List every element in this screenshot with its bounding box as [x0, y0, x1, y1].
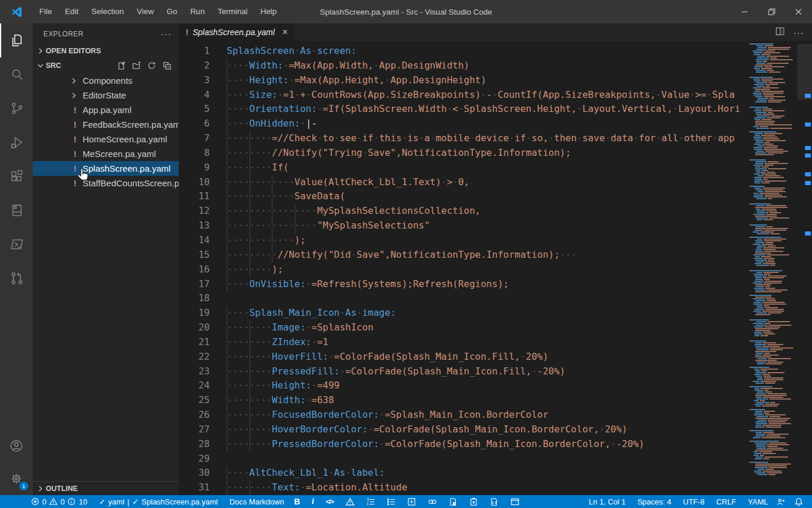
- outline-section[interactable]: OUTLINE: [33, 481, 179, 495]
- file-item-StaffBedCountsScreen.pa.yaml[interactable]: !StaffBedCountsScreen.pa.yaml: [33, 176, 179, 190]
- file-item-MeScreen.pa.yaml[interactable]: !MeScreen.pa.yaml: [33, 146, 179, 161]
- code-line-15[interactable]: 15·········//Notify("Did·Save",Notificat…: [179, 248, 748, 262]
- code-line-24[interactable]: 24········Height:·=499: [179, 379, 748, 393]
- code-line-27[interactable]: 27········HoverBorderColor:·=ColorFade(S…: [179, 422, 748, 437]
- encoding-status[interactable]: UTF-8: [679, 495, 709, 508]
- italic-icon[interactable]: i: [306, 495, 320, 508]
- code-line-10[interactable]: 10············Value(AltCheck_Lbl_1.Text)…: [179, 175, 748, 190]
- menu-terminal[interactable]: Terminal: [211, 4, 254, 20]
- close-button[interactable]: [785, 0, 812, 23]
- overview-ruler[interactable]: [797, 41, 812, 495]
- menu-edit[interactable]: Edit: [59, 4, 85, 20]
- menu-file[interactable]: File: [33, 4, 59, 20]
- source-control-icon[interactable]: [0, 91, 33, 125]
- overview-marker: [805, 181, 811, 185]
- code-line-19[interactable]: 19····Splash_Main_Icon·As·image:: [179, 306, 748, 321]
- code-line-2[interactable]: 2····Width:·=Max(App.Width,·App.DesignWi…: [179, 59, 748, 73]
- eol-status[interactable]: CRLF: [712, 495, 741, 508]
- code-line-17[interactable]: 17····OnVisible:·=Refresh(Systems);Refre…: [179, 277, 748, 292]
- file-item-EditorState[interactable]: EditorState: [33, 88, 179, 103]
- notebook-icon[interactable]: [0, 193, 33, 227]
- code-line-26[interactable]: 26········FocusedBorderColor:·=Splash_Ma…: [179, 408, 748, 422]
- menu-selection[interactable]: Selection: [85, 4, 131, 20]
- code-line-1[interactable]: 1SplashScreen·As·screen:: [179, 44, 748, 59]
- accounts-icon[interactable]: [0, 429, 33, 462]
- minimap[interactable]: [748, 41, 797, 495]
- minimize-button[interactable]: [731, 0, 758, 23]
- window-icon[interactable]: [504, 495, 526, 508]
- code-editor[interactable]: 1SplashScreen·As·screen:2····Width:·=Max…: [179, 41, 748, 495]
- code-line-8[interactable]: 8········//Notify("Trying·Save",Notifica…: [179, 146, 748, 161]
- scrollbar-slider[interactable]: [797, 44, 812, 100]
- file-item-SplashScreen.pa.yaml[interactable]: !SplashScreen.pa.yaml: [33, 161, 179, 176]
- code-line-22[interactable]: 22········HoverFill:·=ColorFade(Splash_M…: [179, 350, 748, 364]
- restore-button[interactable]: [758, 0, 785, 23]
- code-line-16[interactable]: 16········);: [179, 262, 748, 277]
- code-line-12[interactable]: 12················MySplashSelectionsColl…: [179, 204, 748, 219]
- terminal-shell-icon[interactable]: [0, 227, 33, 261]
- open-editors-section[interactable]: OPEN EDITORS: [33, 44, 179, 58]
- code-line-20[interactable]: 20········Image:·=SplashIcon: [179, 321, 748, 335]
- code-line-23[interactable]: 23········PressedFill:·=ColorFade(Splash…: [179, 364, 748, 379]
- search-icon[interactable]: [0, 57, 33, 91]
- code-line-11[interactable]: 11············SaveData(: [179, 189, 748, 204]
- link-icon[interactable]: [422, 495, 443, 508]
- explorer-icon[interactable]: [0, 23, 33, 57]
- language-mode[interactable]: YAML: [744, 495, 772, 508]
- code-line-7[interactable]: 7········=//Check·to·see·if·this·is·a·mo…: [179, 131, 748, 146]
- cursor-position[interactable]: Ln 1, Col 1: [585, 495, 630, 508]
- code-line-28[interactable]: 28········PressedBorderColor:·=ColorFade…: [179, 437, 748, 452]
- split-editor-icon[interactable]: [775, 26, 785, 39]
- new-folder-icon[interactable]: [132, 61, 141, 70]
- code-line-25[interactable]: 25········Width:·=638: [179, 393, 748, 408]
- problems-status[interactable]: 0 0 10: [27, 495, 91, 508]
- menu-view[interactable]: View: [131, 4, 161, 20]
- src-section[interactable]: SRC: [33, 58, 179, 73]
- bell-icon[interactable]: [790, 495, 807, 508]
- feedback-icon[interactable]: [772, 495, 790, 508]
- new-file-icon[interactable]: [117, 61, 126, 70]
- tab-close-icon[interactable]: ×: [282, 27, 288, 37]
- file-item-FeedbackScreen.pa.yaml[interactable]: !FeedbackScreen.pa.yaml: [33, 117, 179, 132]
- file-code-icon[interactable]: [484, 495, 504, 508]
- run-debug-icon[interactable]: [0, 125, 33, 159]
- alert-icon[interactable]: [340, 495, 360, 508]
- more-actions-icon[interactable]: ···: [793, 28, 804, 37]
- code-line-29[interactable]: 29: [179, 452, 748, 466]
- code-line-5[interactable]: 5····Orientation:·=If(SplashScreen.Width…: [179, 102, 748, 117]
- tab-splashscreen[interactable]: ! SplashScreen.pa.yaml ×: [179, 23, 295, 41]
- file-item-Components[interactable]: Components: [33, 73, 179, 88]
- menu-run[interactable]: Run: [184, 4, 211, 20]
- code-icon[interactable]: </>: [320, 495, 340, 508]
- code-line-4[interactable]: 4····Size:·=1·+·CountRows(App.SizeBreakp…: [179, 88, 748, 103]
- menu-go[interactable]: Go: [161, 4, 184, 20]
- table-icon[interactable]: [401, 495, 422, 508]
- divider: |: [127, 497, 129, 506]
- settings-gear-icon[interactable]: 1: [0, 462, 33, 495]
- sidebar-more-actions-icon[interactable]: ···: [161, 29, 172, 39]
- code-line-18[interactable]: 18: [179, 291, 748, 306]
- clipboard-paste-icon[interactable]: [463, 495, 484, 508]
- github-pull-requests-icon[interactable]: [0, 261, 33, 295]
- yaml-schema-status[interactable]: ✓ yaml | ✓ SplashScreen.pa.yaml: [95, 495, 222, 508]
- bold-icon[interactable]: B: [288, 495, 306, 508]
- code-line-31[interactable]: 31········Text:·=Location.Altitude: [179, 480, 748, 495]
- collapse-all-icon[interactable]: [162, 61, 172, 70]
- file-save-icon[interactable]: [443, 495, 463, 508]
- code-line-21[interactable]: 21········ZIndex:·=1: [179, 335, 748, 350]
- bulleted-list-icon[interactable]: [381, 495, 401, 508]
- refresh-icon[interactable]: [147, 61, 156, 70]
- file-item-App.pa.yaml[interactable]: !App.pa.yaml: [33, 103, 179, 117]
- code-line-6[interactable]: 6····OnHidden:·|-: [179, 117, 748, 131]
- extensions-icon[interactable]: [0, 159, 33, 193]
- code-line-3[interactable]: 3····Height:·=Max(App.Height,·App.Design…: [179, 73, 748, 88]
- code-line-9[interactable]: 9········If(: [179, 161, 748, 175]
- code-line-14[interactable]: 14············);: [179, 233, 748, 248]
- indentation-status[interactable]: Spaces: 4: [633, 495, 675, 508]
- numbered-list-icon[interactable]: [360, 495, 381, 508]
- docs-markdown-status[interactable]: Docs Markdown: [226, 495, 288, 508]
- code-line-13[interactable]: 13················"MySplashSelections": [179, 219, 748, 233]
- file-item-HomeScreen.pa.yaml[interactable]: !HomeScreen.pa.yaml: [33, 132, 179, 146]
- code-line-30[interactable]: 30····AltCheck_Lbl_1·As·label:: [179, 466, 748, 480]
- menu-help[interactable]: Help: [254, 4, 283, 20]
